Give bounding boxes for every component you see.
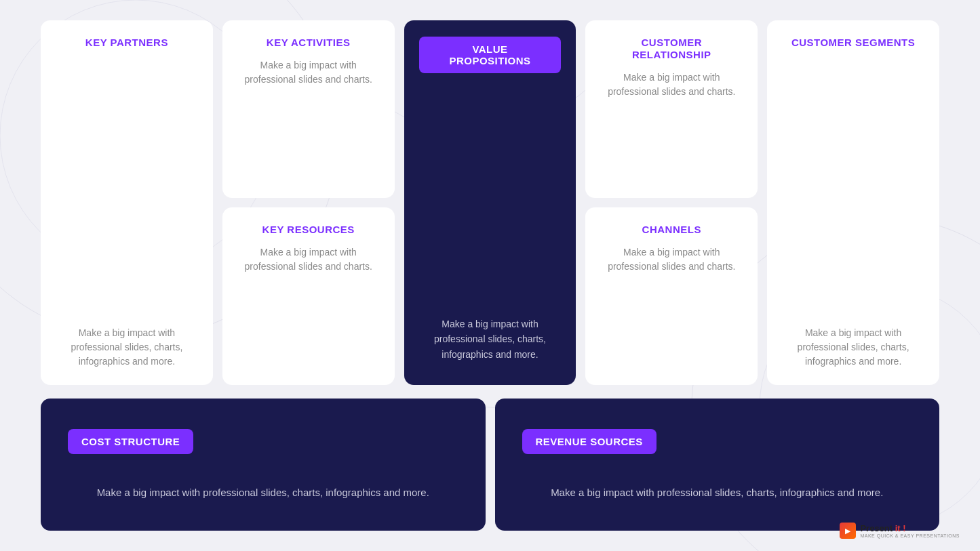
main-container: KEY PARTNERS Make a big impact with prof… [0, 0, 980, 551]
brand-icon: ▶ [840, 523, 856, 539]
customer-relationship-title: CUSTOMER RELATIONSHIP [632, 37, 711, 60]
key-resources-card: KEY RESOURCES Make a big impact with pro… [222, 207, 395, 385]
revenue-sources-text: Make a big impact with professional slid… [522, 485, 913, 501]
customer-segments-card: CUSTOMER SEGMENTS Make a big impact with… [767, 20, 939, 385]
cost-structure-text: Make a big impact with professional slid… [68, 485, 458, 501]
channels-title: CHANNELS [642, 224, 701, 235]
key-partners-text: Make a big impact with professional slid… [56, 326, 198, 369]
value-propositions-title: VALUE PROPOSITIONS [419, 37, 562, 73]
key-activities-card: KEY ACTIVITIES Make a big impact with pr… [222, 20, 395, 198]
key-activities-title: KEY ACTIVITIES [267, 37, 351, 48]
customer-relationship-column: CUSTOMER RELATIONSHIP Make a big impact … [585, 20, 758, 385]
customer-segments-title: CUSTOMER SEGMENTS [791, 37, 915, 48]
value-propositions-column: VALUE PROPOSITIONS Make a big impact wit… [404, 20, 576, 385]
revenue-sources-title: REVENUE SOURCES [522, 429, 656, 454]
customer-relationship-text: Make a big impact with professional slid… [600, 70, 743, 99]
key-partners-column: KEY PARTNERS Make a big impact with prof… [41, 20, 213, 385]
customer-segments-text: Make a big impact with professional slid… [782, 326, 924, 369]
bottom-row: COST STRUCTURE Make a big impact with pr… [41, 399, 939, 531]
cost-structure-title: COST STRUCTURE [68, 429, 193, 454]
value-propositions-card: VALUE PROPOSITIONS Make a big impact wit… [404, 20, 576, 385]
brand-name: Present it ! [860, 523, 960, 533]
customer-relationship-card: CUSTOMER RELATIONSHIP Make a big impact … [585, 20, 758, 198]
key-partners-card: KEY PARTNERS Make a big impact with prof… [41, 20, 213, 385]
brand-logo: ▶ Present it ! MAKE QUICK & EASY PRESENT… [840, 523, 960, 539]
key-partners-title: KEY PARTNERS [85, 37, 168, 48]
channels-text: Make a big impact with professional slid… [600, 245, 743, 274]
value-propositions-text: Make a big impact with professional slid… [419, 310, 562, 369]
top-row: KEY PARTNERS Make a big impact with prof… [41, 20, 939, 385]
brand-tagline: MAKE QUICK & EASY PRESENTATIONS [860, 533, 960, 538]
key-activities-text: Make a big impact with professional slid… [237, 58, 380, 87]
key-resources-text: Make a big impact with professional slid… [237, 245, 380, 274]
customer-segments-column: CUSTOMER SEGMENTS Make a big impact with… [767, 20, 939, 385]
key-resources-title: KEY RESOURCES [262, 224, 355, 235]
channels-card: CHANNELS Make a big impact with professi… [585, 207, 758, 385]
key-activities-column: KEY ACTIVITIES Make a big impact with pr… [222, 20, 395, 385]
revenue-sources-card: REVENUE SOURCES Make a big impact with p… [495, 399, 940, 531]
cost-structure-card: COST STRUCTURE Make a big impact with pr… [41, 399, 486, 531]
brand-text: Present it ! MAKE QUICK & EASY PRESENTAT… [860, 523, 960, 538]
